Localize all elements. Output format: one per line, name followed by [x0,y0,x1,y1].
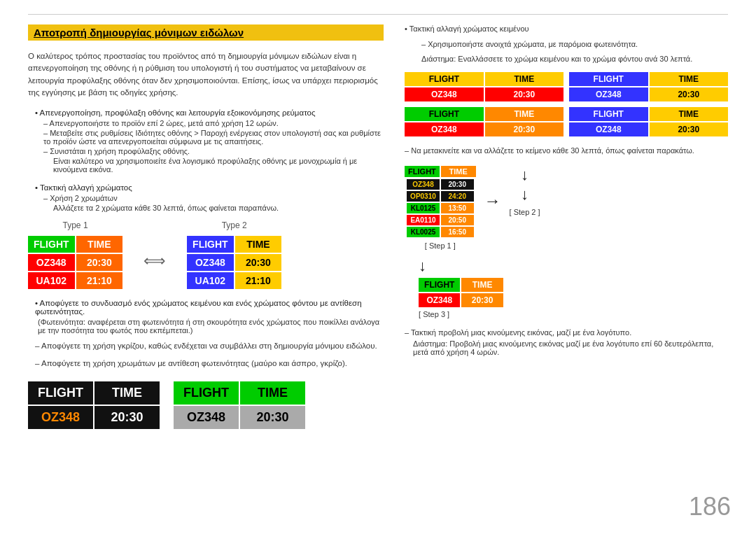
page-number: 186 [689,492,731,521]
bottom-green-flight: FLIGHT [174,381,239,405]
step2-block: ↓ ↓ [ Step 2 ] [510,166,540,216]
step1-r4-r: 16:50 [441,227,474,237]
step3-oz: OZ348 [419,293,460,307]
right-widget-r1c2: FLIGHT TIME OZ348 20:30 [569,72,728,101]
rg1c1-flight: FLIGHT [405,72,483,86]
right-widget-r1c1: FLIGHT TIME OZ348 20:30 [405,72,564,101]
rg1c1-time: TIME [485,72,564,86]
type1-label: Type 1 [63,220,88,230]
type1-block: Type 1 FLIGHT TIME OZ348 20:30 UA102 21:… [28,220,122,289]
arrow-down1-icon: ↓ [521,166,528,184]
rg1c2-flight: FLIGHT [569,72,648,86]
step1-row2: KL0125 13:50 [407,203,473,213]
rg2c2-flight: FLIGHT [569,107,648,121]
type1-ua: UA102 [28,272,75,289]
rg2c1-t: 20:30 [485,122,564,136]
type2-label: Type 2 [222,220,247,230]
bottom-black-2030: 20:30 [94,406,160,429]
top-rule [28,14,728,15]
bullet-1-sub-3b: Είναι καλύτερο να χρησιμοποιείτε ένα λογ… [53,157,384,174]
rg1c1-oz: OZ348 [405,87,483,101]
bullet-2-sub-1: Χρήση 2 χρωμάτων [43,194,384,202]
bullet-1-sub-3: Συνιστάται η χρήση προφύλαξης οθόνης. [43,147,384,155]
type1-oz: OZ348 [28,254,75,271]
arrow-step1-to-step2-icon: → [484,191,501,211]
type2-ua: UA102 [187,272,234,289]
step1-scroll-rows: OZ348 20:30 OP0310 24:20 KL0125 13:50 [407,179,473,237]
bottom-black-flight: FLIGHT [28,381,93,405]
step1-time: TIME [441,166,476,177]
bullet-1-sub-1: Απενεργοποιήστε το προϊόν επί 2 ώρες, με… [43,119,384,127]
type1-widget: FLIGHT TIME OZ348 20:30 UA102 21:10 [28,236,122,289]
step1-r2-l: KL0125 [407,203,440,213]
step1-flight: FLIGHT [405,166,440,177]
note-1: – Αποφύγετε τη χρήση γκρίζου, καθώς ενδέ… [35,340,384,352]
bullet-2-sub-1b: Αλλάζετε τα 2 χρώματα κάθε 30 λεπτά, όπω… [53,204,384,212]
step1-oz: OZ348 [407,179,440,190]
step1-scroll-oz: OZ348 20:30 [407,179,473,190]
final-note-2: Διάστημα: Προβολή μιας κινούμενης εικόνα… [413,339,728,356]
final-notes: – Τακτική προβολή μιας κινούμενης εικόνα… [405,328,728,359]
step2-arrows-col: ↓ ↓ [521,166,528,204]
right-bullet: • Τακτική αλλαγή χρώματος κειμένου [405,24,728,33]
note-2: – Αποφύγετε τη χρήση χρωμάτων με αντίθεσ… [35,358,384,370]
step1-r2-r: 13:50 [441,203,474,213]
step3-flight: FLIGHT [419,278,460,292]
step1-r3-r: 20:50 [441,215,474,225]
step-sequence: FLIGHT TIME OZ348 20:30 OP0310 24:20 [405,166,728,250]
right-note-sub2: Διάστημα: Εναλλάσσετε το χρώμα κειμένου … [421,55,728,63]
right-grid: FLIGHT TIME OZ348 20:30 FLIGHT TIME OZ34… [405,72,728,136]
left-column: Αποτροπή δημιουργίας μόνιμων ειδώλων Ο κ… [28,24,384,520]
scroll-note: – Να μετακινείτε και να αλλάζετε το κείμ… [405,146,728,155]
section-title: Αποτροπή δημιουργίας μόνιμων ειδώλων [28,24,384,41]
bottom-widget-black: FLIGHT TIME OZ348 20:30 [28,381,160,429]
bullet-1: • Απενεργοποίηση, προφύλαξη οθόνης και λ… [35,108,384,117]
right-note-sub1: – Χρησιμοποιήστε ανοιχτά χρώματα, με παρ… [421,40,728,48]
rg2c2-oz: OZ348 [569,122,648,136]
step3-time: TIME [461,278,503,292]
step1-label: [ Step 1 ] [425,241,456,250]
type2-widget: FLIGHT TIME OZ348 20:30 UA102 21:10 [187,236,281,289]
right-column: • Τακτική αλλαγή χρώματος κειμένου – Χρη… [405,24,728,520]
rg2c1-time: TIME [485,107,564,121]
right-widget-r2c2: FLIGHT TIME OZ348 20:30 [569,107,728,136]
bottom-black-time: TIME [94,381,160,405]
arrow-both-icon: ⟺ [144,252,166,270]
bottom-green-oz: OZ348 [174,406,239,429]
bullet-1-sub-2: Μεταβείτε στις ρυθμίσεις Ιδιότητες οθόνη… [43,129,384,146]
step1-block: FLIGHT TIME OZ348 20:30 OP0310 24:20 [405,166,475,250]
rg1c2-oz: OZ348 [569,87,648,101]
step1-r1-r: 24:20 [441,191,474,202]
bottom-green-2030: 20:30 [240,406,305,429]
bullet-section-3: • Αποφύγετε το συνδυασμό ενός χρώματος κ… [28,299,384,335]
rg2c1-oz: OZ348 [405,122,483,136]
type2-flight: FLIGHT [187,236,234,253]
step1-r1-l: OP0310 [407,191,440,202]
step1-time-val: 20:30 [441,179,474,190]
type-widgets-row: Type 1 FLIGHT TIME OZ348 20:30 UA102 21:… [28,220,384,289]
type2-time: TIME [235,236,282,253]
arrow-down3-icon: ↓ [419,257,426,275]
step3-widget: FLIGHT TIME OZ348 20:30 [419,278,503,307]
rg1c1-t: 20:30 [485,87,564,101]
final-note-1: – Τακτική προβολή μιας κινούμενης εικόνα… [405,328,728,337]
bottom-green-time: TIME [240,381,305,405]
bullet-3: • Αποφύγετε το συνδυασμό ενός χρώματος κ… [35,299,384,316]
step3-t: 20:30 [461,293,503,307]
bullet-2: • Τακτική αλλαγή χρώματος [35,183,384,192]
type1-time: TIME [76,236,123,253]
type2-oz: OZ348 [187,254,234,271]
right-widget-r2c1: FLIGHT TIME OZ348 20:30 [405,107,564,136]
type1-flight: FLIGHT [28,236,75,253]
arrow-down2-icon: ↓ [521,185,528,204]
step1-header-widget: FLIGHT TIME [405,166,475,177]
bullet-section-1: • Απενεργοποίηση, προφύλαξη οθόνης και λ… [28,108,384,174]
intro-text: Ο καλύτερος τρόπος προστασίας του προϊόν… [28,50,384,99]
step3-area: ↓ FLIGHT TIME OZ348 20:30 [ Step 3 ] [419,257,728,318]
step3-label: [ Step 3 ] [419,310,449,318]
rg2c2-time: TIME [650,107,728,121]
type2-2030: 20:30 [235,254,282,271]
bottom-black-oz: OZ348 [28,406,93,429]
type1-2110: 21:10 [76,272,123,289]
bottom-widget-green: FLIGHT TIME OZ348 20:30 [174,381,305,429]
